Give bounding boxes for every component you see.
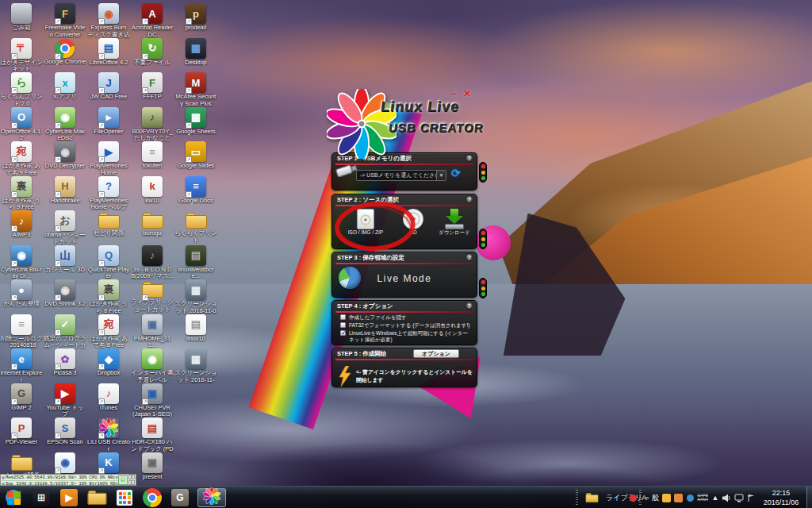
dropdown-arrow-icon[interactable]: ▼	[436, 171, 446, 180]
desktop-icon[interactable]: 山↗カシミール 3D	[44, 245, 86, 274]
desktop-icon[interactable]: ▭↗Google Slides	[174, 141, 217, 170]
desktop-icon[interactable]: ≡削除ツールログ_20140818	[0, 314, 43, 349]
help-icon[interactable]: ?	[465, 154, 473, 162]
desktop-icon[interactable]: p↗prodeal!	[174, 3, 217, 32]
desktop-icon[interactable]: 裏↗はがき作家 うら 9 Free	[0, 176, 43, 211]
desktop-icon[interactable]: ◉↗CyberLink Blu-ray Di...	[0, 245, 43, 280]
desktop-icon[interactable]: e↗Internet Explorer	[0, 348, 43, 383]
monitor-close-button[interactable]: X	[128, 475, 135, 479]
taskbar-chrome[interactable]	[142, 488, 163, 507]
desktop-icon[interactable]: ●↗かんたん整理	[0, 279, 43, 308]
desktop-icon[interactable]: せどり関係	[87, 210, 130, 237]
ime-mode-icon[interactable]: 般	[651, 492, 659, 503]
caps-kana-indicator[interactable]: CAPSKANA	[697, 492, 708, 503]
desktop-icon[interactable]: ↻↗不要ファイル	[131, 38, 174, 67]
desktop-icon[interactable]: ら↗らくちんプリント 2.0	[0, 72, 43, 107]
step4-checkbox-0[interactable]: 作成したファイルを隠す	[340, 314, 472, 321]
desktop-icon[interactable]: ▦スクリーンショット 2016-11-0...	[174, 348, 217, 384]
step4-checkbox-1[interactable]: FAT32でフォーマットする (データは消去されます!)	[340, 322, 472, 329]
ime-alpha-icon[interactable]: A	[640, 492, 648, 503]
desktop-icon[interactable]: ▶↗PlayMemories Home	[87, 141, 130, 176]
desktop-icon[interactable]: ≡tokuten	[131, 141, 174, 170]
taskbar-tiles-app[interactable]: ⊞	[31, 488, 52, 507]
desktop-icon[interactable]: ↗LiLi USB Creator	[87, 418, 130, 452]
start-button[interactable]	[3, 488, 24, 507]
taskbar-explorer[interactable]	[86, 488, 107, 507]
volume-icon[interactable]	[722, 492, 731, 503]
taskbar-media-player[interactable]: ▶	[59, 488, 79, 507]
checkbox-icon[interactable]	[340, 330, 346, 336]
taskbar-gimp[interactable]: G	[170, 488, 190, 507]
tray-app-icon[interactable]	[686, 492, 694, 503]
desktop-icon[interactable]: ▤linux10	[174, 314, 217, 343]
desktop-icon[interactable]: ▣↗CHUSEI PVR (Japan 1-SEG)	[131, 383, 174, 418]
desktop-icon[interactable]: ♪B00FVRYT0Y_たしかなこと	[131, 107, 174, 142]
desktop-icon[interactable]: x↗x-アプリ	[44, 72, 86, 101]
desktop-icon[interactable]: ▦スクリーンショット 2016-11-06...	[174, 279, 217, 315]
desktop-icon[interactable]: ▸↗FileOpener	[87, 107, 130, 136]
lightning-bolt-icon[interactable]	[339, 366, 351, 390]
desktop-icon[interactable]: ↗ライブラリ・ショートカット	[131, 279, 174, 313]
desktop-icon[interactable]: ▣present	[131, 452, 174, 481]
desktop-icon[interactable]: 〒↗はがきデザインキット	[0, 38, 43, 73]
desktop-icon[interactable]: 宛↗はがき作家 あて名 9 Free	[0, 141, 43, 176]
network-icon[interactable]	[734, 492, 744, 503]
show-desktop-button[interactable]	[806, 487, 812, 508]
options-button[interactable]: オプション	[413, 349, 459, 358]
taskbar-lili-active[interactable]	[197, 488, 226, 507]
recording-dot-icon[interactable]	[629, 492, 637, 503]
desktop-icon[interactable]: 裏↗はがき作家 うら 8 Free	[87, 279, 130, 314]
desktop-icon[interactable]: ◉インターハイ県予選レベル	[131, 348, 174, 383]
checkbox-icon[interactable]	[340, 322, 346, 328]
desktop-icon[interactable]: F↗Freemake Video Converter	[44, 3, 86, 38]
taskbar-grip[interactable]	[576, 490, 578, 506]
tray-app-icon[interactable]	[662, 492, 671, 503]
desktop-icon[interactable]: ✓↗既定のプログラム・ショートカット	[44, 314, 86, 350]
action-center-flag-icon[interactable]	[747, 492, 755, 503]
desktop-icon[interactable]: ♪39 - B L O N D B(2009リマス...	[131, 245, 174, 280]
minimize-button[interactable]: −	[450, 89, 456, 98]
desktop-icon[interactable]: P↗PDF-Viewer	[0, 418, 43, 446]
desktop-icon[interactable]: ▤↗LibreOffice 4.2	[87, 38, 130, 67]
desktop-icon[interactable]: ▦↗Google Sheets	[174, 107, 217, 136]
desktop-icon[interactable]: ▶↗YouTube トップ	[44, 383, 86, 418]
desktop-icon[interactable]: ◉↗DVD Shrink 3.2	[44, 279, 86, 308]
desktop-icon[interactable]: ≡↗Google Docs	[174, 176, 217, 205]
step4-checkbox-2[interactable]: LinuxLiveをWindows上で起動可能にする (インターネット接続が必要…	[340, 330, 472, 343]
desktop-icon[interactable]: ▤HDR-CX180 ハンドブック (PDF)	[131, 418, 174, 453]
desktop-icon[interactable]: S↗EPSON Scan	[44, 418, 86, 446]
desktop-icon[interactable]: ◉↗CyberLink MakeDisc	[44, 107, 86, 142]
desktop-icon[interactable]: G↗GIMP 2	[0, 383, 43, 412]
desktop-icon[interactable]: ✿↗Picasa 3	[44, 348, 86, 377]
desktop-icon[interactable]: ◆↗Dropbox	[87, 348, 130, 377]
desktop-icon[interactable]: ごみ箱	[0, 3, 43, 32]
help-icon[interactable]: ?	[465, 195, 473, 203]
desktop-icon[interactable]: ▣PMHOME_311...	[131, 314, 174, 349]
hidden-icons-chevron[interactable]: ▲	[711, 492, 719, 503]
taskbar-app-grid[interactable]	[114, 488, 135, 507]
desktop-icon[interactable]: ↗Google Chrome	[44, 38, 86, 66]
desktop-icon[interactable]: A↗Acrobat Reader DC	[131, 3, 174, 38]
desktop-icon[interactable]: O↗OpenOffice 4.1.2	[0, 107, 43, 142]
checkbox-icon[interactable]	[340, 314, 346, 320]
desktop-icon[interactable]: 宛↗はがき作家 あて名 8 Free	[87, 314, 130, 349]
taskbar-clock[interactable]: 22:15 2016/11/06	[758, 488, 804, 507]
desktop-icon[interactable]: ▤linuxliveusbcre...	[174, 245, 217, 280]
help-icon[interactable]: ?	[465, 253, 473, 261]
desktop-icon[interactable]: らくらくプリント	[174, 210, 217, 244]
monitor-h-button[interactable]: h	[128, 480, 135, 485]
help-icon[interactable]: ?	[465, 302, 473, 310]
refresh-icon[interactable]: ⟳	[451, 167, 461, 179]
usb-select-dropdown[interactable]: -> USBメモリを選んでください ▼	[356, 170, 446, 181]
desktop-icon[interactable]: burogu	[131, 210, 174, 237]
desktop-icon[interactable]: ◉↗Express Burn ディスク書き込み...	[87, 3, 130, 39]
close-button[interactable]: ✕	[463, 89, 471, 98]
desktop-icon[interactable]: H↗Handbrake	[44, 176, 86, 205]
desktop-icon[interactable]: お↗otama・ショートカット	[44, 210, 86, 245]
desktop-icon[interactable]: Q↗QuickTime Player	[87, 245, 130, 280]
desktop-icon[interactable]: kkw10	[131, 176, 174, 205]
desktop-icon[interactable]: ♪↗iTunes	[87, 383, 130, 412]
desktop-icon[interactable]: ◉↗DVD Decrypter	[44, 141, 86, 170]
desktop-icon[interactable]: ♪↗AIMP3	[0, 210, 43, 239]
desktop-icon[interactable]: M↗McAfee Security Scan Plus	[174, 72, 217, 107]
